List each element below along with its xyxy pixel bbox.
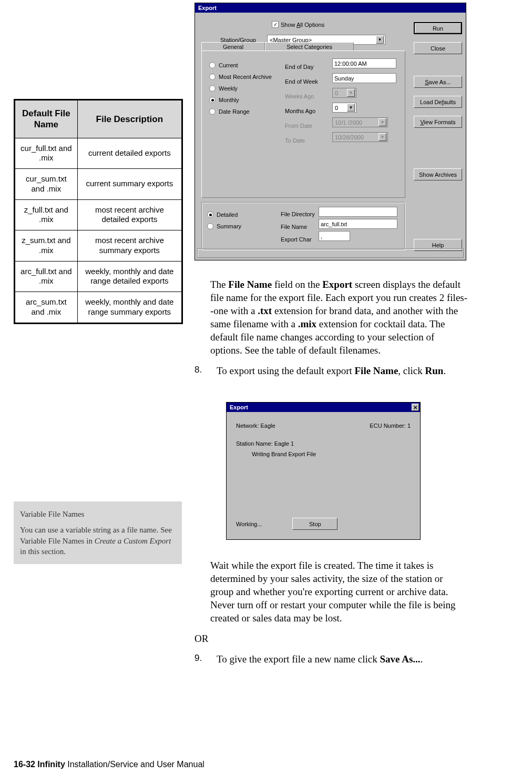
weeks-label: Weeks Ago [285, 89, 318, 104]
progress-title: Export [230, 404, 248, 410]
to-label: To Date [285, 133, 318, 148]
paragraph-filename-desc: The File Name field on the Export screen… [210, 278, 468, 357]
export-dialog: Export ✓ Show All Options Station/Group … [195, 3, 466, 260]
table-row: cur_sum.txt and .mixcurrent summary expo… [15, 169, 182, 200]
from-label: From Date [285, 118, 318, 133]
run-button[interactable]: Run [414, 22, 462, 34]
footer-pagenum: 16-32 Infinity [14, 760, 65, 769]
step-8: 8. To export using the default export Fi… [195, 364, 468, 377]
export-title: Export [198, 5, 217, 11]
footer-manual: Installation/Service and User Manual [65, 760, 204, 769]
param-labels: End of Day End of Week Weeks Ago Months … [285, 59, 318, 148]
exportchar-input[interactable]: , [319, 231, 350, 241]
working-label: Working... [236, 521, 262, 527]
radio-most-recent[interactable]: Most Recent Archive [209, 71, 272, 83]
chevron-down-icon[interactable]: ▼ [376, 36, 384, 44]
eow-label: End of Week [285, 74, 318, 89]
progress-bottom: Working... Stop [236, 518, 337, 530]
radio-detailed[interactable]: Detailed [207, 209, 241, 220]
body-text-2: Wait while the export file is created. T… [210, 559, 468, 674]
exportchar-label: Export Char [281, 233, 315, 246]
station-label: Station Name: Eagle 1 [236, 440, 411, 447]
filedir-label: File Directory [281, 208, 315, 220]
radio-summary[interactable]: Summary [207, 220, 241, 232]
th-default-name: Default File Name [15, 100, 78, 138]
status-bar [197, 248, 464, 258]
view-formats-button[interactable]: View Formats [414, 116, 462, 128]
table-row: z_sum.txt and .mixmost recent archive su… [15, 230, 182, 262]
tab-panel-general: Current Most Recent Archive Weekly Month… [201, 51, 405, 198]
table-row: arc_full.txt and .mixweekly, monthly and… [15, 261, 182, 292]
saveas-button[interactable]: Save As... [414, 76, 462, 88]
show-all-checkbox-row[interactable]: ✓ Show All Options [272, 21, 324, 28]
filename-input[interactable]: arc_full.txt [319, 219, 397, 229]
chevron-down-icon: ▼ [378, 118, 386, 126]
radio-current[interactable]: Current [209, 59, 272, 71]
radio-date-range[interactable]: Date Range [209, 106, 272, 117]
radio-icon [209, 97, 216, 103]
detail-radios: Detailed Summary [207, 209, 241, 232]
months-combo[interactable]: 0▼ [332, 103, 356, 113]
progress-message: Writing Brand Export File [252, 451, 411, 457]
note-title: Variable File Names [20, 509, 176, 519]
network-label: Network: Eagle [236, 423, 275, 429]
th-file-desc: File Description [77, 100, 182, 138]
filename-table: Default File Name File Description cur_f… [14, 99, 183, 324]
table-row: z_full.txt and .mixmost recent archive d… [15, 199, 182, 230]
chevron-down-icon[interactable]: ▼ [347, 104, 355, 112]
period-radios: Current Most Recent Archive Weekly Month… [209, 59, 272, 117]
tab-select-categories[interactable]: Select Categories [265, 42, 354, 51]
radio-monthly[interactable]: Monthly [209, 94, 272, 106]
progress-body: Network: Eagle ECU Number: 1 Station Nam… [227, 412, 420, 539]
load-defaults-button[interactable]: Load Defaults [414, 96, 462, 108]
progress-dialog: Export ✕ Network: Eagle ECU Number: 1 St… [226, 402, 421, 540]
radio-icon [207, 223, 213, 229]
chevron-down-icon: ▼ [378, 133, 386, 141]
show-all-label: Show All Options [281, 22, 324, 28]
eow-input[interactable]: Sunday [332, 73, 396, 83]
table-row: cur_full.txt and .mixcurrent detailed ex… [15, 138, 182, 169]
radio-icon [209, 74, 216, 80]
step-9: 9. To give the export file a new name cl… [195, 652, 468, 666]
filename-label: File Name [281, 220, 315, 233]
weeks-combo: 0▼ [332, 88, 356, 98]
eod-input[interactable]: 12:00:00 AM [332, 58, 396, 68]
radio-icon [209, 62, 216, 68]
export-body: ✓ Show All Options Station/Group <Master… [195, 13, 466, 260]
note-body: You can use a variable string as a file … [20, 525, 176, 557]
close-button[interactable]: Close [414, 42, 462, 54]
radio-weekly[interactable]: Weekly [209, 83, 272, 94]
radio-icon [209, 108, 216, 115]
show-archives-button[interactable]: Show Archives [414, 168, 462, 180]
paragraph-wait: Wait while the export file is created. T… [210, 559, 468, 625]
file-labels: File Directory File Name Export Char [281, 208, 315, 246]
stop-button[interactable]: Stop [292, 518, 337, 530]
export-titlebar: Export [195, 3, 466, 13]
months-label: Months Ago [285, 104, 318, 118]
tabs: General Select Categories [201, 42, 354, 51]
to-combo: 10/28/2000▼ [332, 132, 388, 142]
progress-titlebar: Export ✕ [227, 403, 420, 412]
variable-filenames-note: Variable File Names You can use a variab… [14, 501, 182, 564]
page-footer: 16-32 Infinity Installation/Service and … [14, 760, 204, 769]
or-text: OR [195, 632, 468, 645]
file-inputs: arc_full.txt , [319, 207, 397, 243]
ecu-label: ECU Number: 1 [370, 423, 411, 429]
tab-general[interactable]: General [201, 42, 265, 51]
table-row: arc_sum.txt and .mixweekly, monthly and … [15, 292, 182, 324]
from-combo: 10/1 /2000▼ [332, 117, 388, 127]
filedir-input[interactable] [319, 207, 397, 217]
output-group: Detailed Summary File Directory File Nam… [201, 202, 405, 250]
progress-network-row: Network: Eagle ECU Number: 1 [236, 423, 411, 429]
radio-icon [209, 85, 216, 92]
eod-label: End of Day [285, 59, 318, 74]
radio-icon [207, 212, 213, 218]
table-header-row: Default File Name File Description [15, 100, 182, 138]
body-text: The File Name field on the Export screen… [210, 278, 468, 385]
chevron-down-icon: ▼ [347, 89, 355, 97]
checkbox-icon[interactable]: ✓ [272, 21, 279, 28]
param-inputs: 12:00:00 AM Sunday 0▼ 0▼ 10/1 /2000▼ 10/… [332, 58, 396, 147]
close-icon[interactable]: ✕ [412, 404, 419, 411]
